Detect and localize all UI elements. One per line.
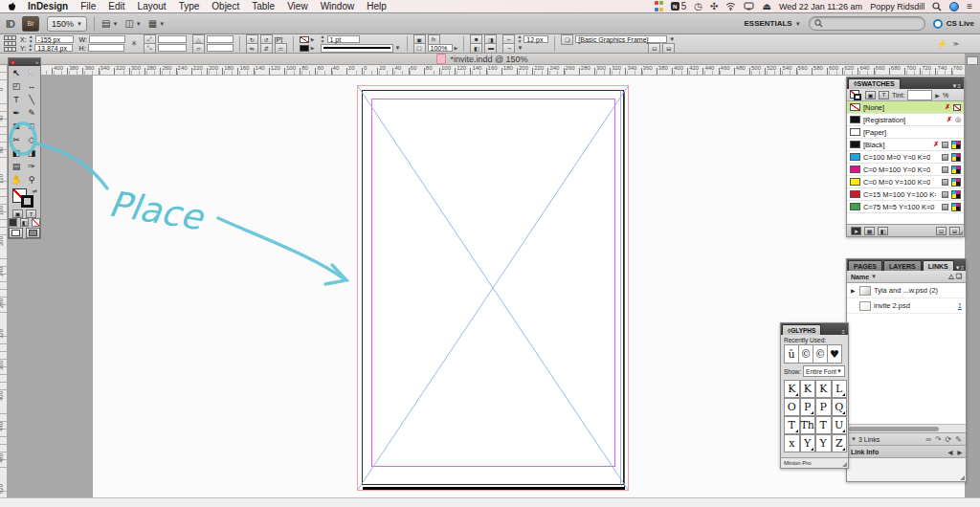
gradient-swatch-tool[interactable]: ◧ <box>9 146 24 160</box>
prev-link-icon[interactable]: ◀ <box>948 449 953 455</box>
menu-indesign[interactable]: InDesign <box>28 1 68 11</box>
new-swatch-button[interactable]: ⊡ <box>936 227 947 235</box>
next-link-icon[interactable]: ▶ <box>957 449 962 455</box>
line-tool[interactable]: ╲ <box>24 93 39 106</box>
constrain-dimensions-icon[interactable]: ✳ <box>131 39 138 48</box>
rectangle-tool[interactable]: □ <box>24 120 39 133</box>
shear-field[interactable] <box>207 44 234 52</box>
hand-tool[interactable]: ✋ <box>9 173 24 187</box>
menu-window[interactable]: Window <box>321 1 355 11</box>
width-field[interactable] <box>89 35 125 43</box>
menu-layout[interactable]: Layout <box>138 1 167 11</box>
apple-menu-icon[interactable] <box>8 1 16 12</box>
tab-swatches[interactable]: ◊ SWATCHES <box>848 78 901 89</box>
y-position-field[interactable]: 13.874 px <box>34 44 73 52</box>
workspace-switcher[interactable]: ESSENTIALS▼ <box>744 19 800 28</box>
apply-color-button[interactable] <box>9 218 17 227</box>
glyph-cell[interactable]: O <box>784 398 800 416</box>
relink-icon[interactable]: ∞ <box>925 435 931 444</box>
swatch-row[interactable]: [Black]✗ <box>847 139 964 151</box>
swatch-row[interactable]: C=75 M=5 Y=100 K=0 <box>847 201 964 213</box>
glyph-cell[interactable]: P <box>815 398 832 416</box>
swatch-row[interactable]: C=15 M=100 Y=100 K=0 <box>847 188 964 201</box>
fill-color-chip[interactable] <box>300 45 309 52</box>
swatch-row[interactable]: C=0 M=0 Y=100 K=0 <box>847 176 964 188</box>
glyph-cell[interactable]: L <box>832 380 848 398</box>
effects-button[interactable]: fx <box>428 34 440 45</box>
align-buttons[interactable]: ⚎ <box>275 43 287 54</box>
text-wrap-object-button[interactable]: ◧ <box>470 43 482 54</box>
link-info-header[interactable]: Link Info ◀▶ <box>847 445 966 458</box>
link-row[interactable]: ▶Tyla and ...w.psd (2) <box>847 283 966 298</box>
glyph-cell[interactable]: Z <box>832 434 848 452</box>
glyph-cell[interactable]: Y <box>815 434 832 452</box>
show-all-swatches-button[interactable]: ➤ <box>851 227 861 235</box>
wifi-icon[interactable] <box>725 1 736 12</box>
zoom-tool[interactable]: ⚲ <box>24 173 39 187</box>
tab-links[interactable]: LINKS <box>923 260 954 271</box>
gradient-feather-tool[interactable]: ◨ <box>24 146 39 160</box>
menu-view[interactable]: View <box>287 1 308 11</box>
glyph-cell[interactable]: K <box>784 380 800 398</box>
scissors-tool[interactable]: ✂ <box>9 133 24 146</box>
edit-original-icon[interactable]: ✎ <box>955 435 962 444</box>
glyph-cell[interactable]: Y <box>800 434 816 452</box>
stroke-type-dropdown[interactable] <box>321 44 393 53</box>
swatch-row[interactable]: [None]✗ <box>847 101 964 114</box>
show-color-swatches-button[interactable]: ▦ <box>864 227 875 235</box>
cs-live-button[interactable]: CS Live <box>933 19 974 29</box>
user-menu[interactable]: Poppy Ridsdill <box>870 2 924 11</box>
resize-grip[interactable] <box>960 475 965 480</box>
panel-collapse-arrow[interactable]: ≫ <box>953 40 959 47</box>
menu-help[interactable]: Help <box>367 1 387 11</box>
recent-glyph-cell[interactable]: û <box>784 344 799 364</box>
stroke-color-none-chip[interactable] <box>300 36 309 43</box>
eyedropper-tool[interactable]: ✑ <box>24 160 39 173</box>
rotation-field[interactable] <box>207 35 234 43</box>
notification-badge[interactable]: N 5 <box>671 1 687 12</box>
recent-glyph-cell[interactable]: © <box>798 344 813 364</box>
normal-mode-button[interactable] <box>9 228 23 238</box>
tools-panel-header[interactable]: » <box>9 58 40 66</box>
search-input[interactable] <box>809 16 925 31</box>
time-machine-icon[interactable]: ◷ <box>694 1 702 12</box>
stroke-black-chip[interactable] <box>21 195 33 208</box>
fill-stroke-proxy-small[interactable] <box>850 90 862 100</box>
glyph-cell[interactable]: K <box>815 380 832 398</box>
glyph-cell[interactable]: K <box>800 380 816 398</box>
show-gradient-swatches-button[interactable]: ◧ <box>878 227 888 235</box>
display-mirroring-icon[interactable] <box>744 1 754 12</box>
resize-grip[interactable] <box>958 231 963 235</box>
corner-radius-field[interactable]: 12 px <box>523 35 548 43</box>
reference-point-proxy[interactable] <box>4 35 14 52</box>
arrange-documents-dropdown[interactable]: ▦▼ <box>148 18 165 29</box>
gap-tool[interactable]: ↔ <box>24 79 39 93</box>
fill-stroke-proxy[interactable]: ⇄ <box>11 187 38 209</box>
type-tool[interactable]: T <box>9 93 24 106</box>
menu-file[interactable]: File <box>80 1 96 11</box>
note-tool[interactable]: ▤ <box>9 160 24 173</box>
clear-overrides-icon[interactable]: ⊟ <box>662 43 675 54</box>
update-link-icon[interactable]: ⟳ <box>946 435 952 444</box>
resize-grip[interactable] <box>842 462 847 467</box>
glyph-cell[interactable]: Th <box>800 416 816 434</box>
glyph-cell[interactable]: x <box>784 434 800 452</box>
x-position-field[interactable]: -155 px <box>35 35 74 43</box>
formatting-text-button[interactable]: T <box>26 209 36 218</box>
menu-object[interactable]: Object <box>212 1 239 11</box>
eject-icon[interactable]: ⏏ <box>762 1 770 12</box>
links-scrollbar[interactable] <box>847 424 966 432</box>
bridge-button[interactable]: Br <box>22 16 39 32</box>
link-status-column-icon[interactable]: △ <box>948 273 953 280</box>
selection-tool[interactable]: ↖ <box>9 66 24 79</box>
document-page[interactable] <box>345 77 641 502</box>
vertical-ruler[interactable]: 04080120160200240280320360400440480520 <box>0 65 8 497</box>
tint-field[interactable] <box>907 90 932 100</box>
stroke-weight-field[interactable]: 1 pt <box>327 35 360 43</box>
app-status-icon[interactable] <box>655 1 663 12</box>
glyph-cell[interactable]: T <box>784 416 800 434</box>
document-title-bar[interactable]: *invite.indd @ 150% <box>0 54 965 65</box>
scale-y-field[interactable] <box>158 44 187 52</box>
disclosure-icon[interactable]: ▶ <box>851 287 857 294</box>
double-column-toggle-icon[interactable]: » <box>35 59 38 65</box>
